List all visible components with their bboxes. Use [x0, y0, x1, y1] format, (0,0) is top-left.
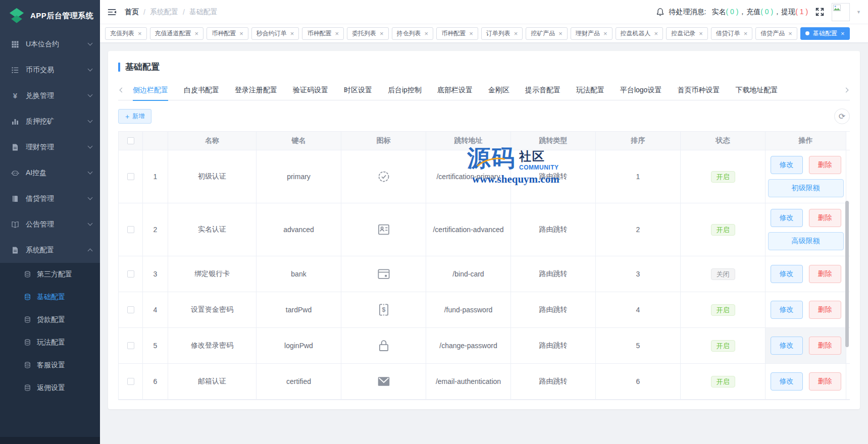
subtab[interactable]: 平台logo设置: [620, 80, 661, 100]
delete-button[interactable]: 删除: [809, 301, 841, 319]
bell-icon[interactable]: [656, 8, 665, 16]
limit-button[interactable]: 初级限额: [768, 179, 844, 197]
close-icon[interactable]: ×: [380, 30, 384, 37]
tab-chip[interactable]: 持仓列表×: [392, 27, 434, 40]
close-icon[interactable]: ×: [558, 30, 563, 37]
subtab[interactable]: 底部栏设置: [437, 80, 473, 100]
subtab[interactable]: 侧边栏配置: [133, 80, 168, 100]
sidebar-item-label: 借贷管理: [26, 194, 82, 203]
select-all-checkbox[interactable]: [127, 137, 134, 144]
sidebar-item[interactable]: 理财管理: [0, 134, 100, 160]
subtab[interactable]: 时区设置: [344, 80, 372, 100]
sidebar-item[interactable]: 借贷管理: [0, 186, 100, 211]
tab-chip[interactable]: 借贷订单×: [711, 27, 753, 40]
key-cell: loginPwd: [257, 328, 341, 363]
icon-cell: [341, 364, 426, 399]
close-icon[interactable]: ×: [744, 30, 748, 37]
refresh-button[interactable]: ⟳: [834, 108, 850, 124]
delete-button[interactable]: 删除: [809, 337, 841, 355]
tab-chip[interactable]: 订单列表×: [481, 27, 523, 40]
tab-chip[interactable]: 借贷产品×: [755, 27, 797, 40]
subtab[interactable]: 下载地址配置: [735, 80, 778, 100]
avatar[interactable]: [832, 3, 850, 21]
close-icon[interactable]: ×: [469, 30, 473, 37]
subtab[interactable]: 白皮书配置: [184, 80, 219, 100]
sidebar-subitem[interactable]: 基础配置: [0, 286, 100, 308]
sidebar-subitem[interactable]: 客服设置: [0, 354, 100, 376]
close-icon[interactable]: ×: [138, 30, 142, 37]
close-icon[interactable]: ×: [603, 30, 607, 37]
user-menu-caret-icon[interactable]: ▼: [856, 10, 861, 15]
sidebar-item[interactable]: ¥兑换管理: [0, 83, 100, 108]
sidebar-subitem[interactable]: 玩法配置: [0, 331, 100, 354]
subtab[interactable]: 验证码设置: [293, 80, 328, 100]
add-button[interactable]: + 新增: [118, 109, 151, 124]
close-icon[interactable]: ×: [290, 30, 294, 37]
tab-chip[interactable]: 基础配置×: [800, 27, 850, 40]
subtab[interactable]: 后台ip控制: [388, 80, 422, 100]
row-checkbox[interactable]: [127, 378, 134, 385]
edit-button[interactable]: 修改: [771, 265, 803, 283]
edit-button[interactable]: 修改: [771, 156, 803, 174]
subtab[interactable]: 登录注册配置: [235, 80, 277, 100]
close-icon[interactable]: ×: [514, 30, 518, 37]
tab-chip[interactable]: 挖矿产品×: [526, 27, 568, 40]
fullscreen-icon[interactable]: [815, 8, 824, 16]
table-scrollbar-thumb[interactable]: [845, 201, 849, 347]
subtabs-scroll-right-icon[interactable]: [842, 88, 850, 92]
sidebar-item[interactable]: 币币交易: [0, 57, 100, 83]
tab-chip[interactable]: 秒合约订单×: [251, 27, 299, 40]
close-icon[interactable]: ×: [335, 30, 339, 37]
tab-chip[interactable]: 委托列表×: [347, 27, 389, 40]
sidebar-subitem-label: 返佣设置: [37, 383, 65, 393]
subtab[interactable]: 玩法配置: [576, 80, 604, 100]
breadcrumb-item[interactable]: 基础配置: [189, 8, 218, 17]
collapse-sidebar-button[interactable]: [107, 8, 117, 16]
row-checkbox[interactable]: [127, 306, 134, 313]
tab-chip[interactable]: 币种配置×: [207, 27, 248, 40]
tab-chip[interactable]: 币种配置×: [302, 27, 344, 40]
sidebar-subitem[interactable]: 贷款配置: [0, 308, 100, 331]
tab-chip[interactable]: 币种配置×: [436, 27, 478, 40]
edit-button[interactable]: 修改: [771, 337, 803, 355]
close-icon[interactable]: ×: [195, 30, 199, 37]
edit-button[interactable]: 修改: [771, 209, 803, 227]
row-checkbox[interactable]: [127, 342, 134, 349]
sidebar-item[interactable]: U本位合约: [0, 31, 100, 57]
edit-button[interactable]: 修改: [771, 301, 803, 319]
tab-chip[interactable]: 控盘记录×: [666, 27, 708, 40]
tab-chip[interactable]: 充值通道配置×: [150, 27, 204, 40]
edit-button[interactable]: 修改: [771, 372, 803, 391]
delete-button[interactable]: 删除: [809, 209, 841, 227]
close-icon[interactable]: ×: [239, 30, 243, 37]
subtab[interactable]: 金刚区: [488, 80, 509, 100]
subtabs-scroll-left-icon[interactable]: [118, 88, 126, 92]
tab-chip[interactable]: 理财产品×: [571, 27, 612, 40]
delete-button[interactable]: 删除: [809, 156, 841, 174]
breadcrumb-item[interactable]: 首页: [125, 8, 139, 17]
subtab[interactable]: 首页币种设置: [677, 80, 720, 100]
sidebar-item[interactable]: AI控盘: [0, 160, 100, 186]
sidebar-item[interactable]: 公告管理: [0, 211, 100, 237]
table-row: 5修改登录密码loginPwd/change-password路由跳转5开启修改…: [119, 328, 849, 364]
delete-button[interactable]: 删除: [809, 265, 841, 283]
close-icon[interactable]: ×: [425, 30, 429, 37]
row-checkbox[interactable]: [127, 173, 134, 180]
tab-chip-label: 控盘记录: [671, 29, 695, 38]
subtab[interactable]: 提示音配置: [525, 80, 560, 100]
sidebar-subitem[interactable]: 第三方配置: [0, 263, 100, 286]
row-checkbox[interactable]: [127, 270, 134, 278]
row-checkbox[interactable]: [127, 226, 134, 233]
sidebar-item[interactable]: 系统配置: [0, 237, 100, 263]
close-icon[interactable]: ×: [699, 30, 703, 37]
limit-button[interactable]: 高级限额: [768, 232, 844, 250]
close-icon[interactable]: ×: [841, 30, 845, 37]
delete-button[interactable]: 删除: [809, 372, 841, 391]
tab-chip[interactable]: 充值列表×: [105, 27, 147, 40]
sidebar-item[interactable]: 质押挖矿: [0, 108, 100, 134]
close-icon[interactable]: ×: [654, 30, 658, 37]
breadcrumb-item[interactable]: 系统配置: [150, 8, 178, 17]
sidebar-subitem[interactable]: 返佣设置: [0, 376, 100, 399]
tab-chip[interactable]: 控盘机器人×: [616, 27, 663, 40]
close-icon[interactable]: ×: [788, 30, 792, 37]
